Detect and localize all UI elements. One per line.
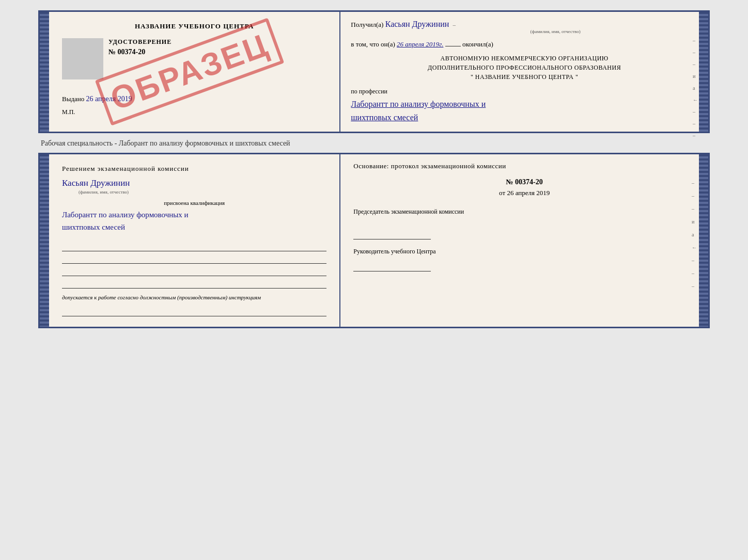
spacer-text: Рабочая специальность - Лаборант по анал… — [38, 139, 710, 148]
org-line2: ДОПОЛНИТЕЛЬНОГО ПРОФЕССИОНАЛЬНОГО ОБРАЗО… — [351, 63, 698, 72]
bottom-name: Касьян Дружинин — [62, 178, 326, 188]
cert-right: Получил(а) Касьян Дружинин – (фамилия, и… — [340, 12, 708, 132]
sign-line-3 — [62, 266, 326, 276]
sign-line-1 — [62, 241, 326, 251]
org-block: АВТОНОМНУЮ НЕКОММЕРЧЕСКУЮ ОРГАНИЗАЦИЮ ДО… — [351, 54, 698, 82]
rukovoditel-sign-line — [353, 261, 431, 271]
qualification-text: Лаборантт по анализу формовочных ишихтпо… — [62, 209, 326, 233]
dopuskaetsya-text: допускается к работе согласно должностны… — [62, 294, 326, 301]
poluchil-row: Получил(а) Касьян Дружинин – (фамилия, и… — [351, 20, 698, 34]
vtom-row: в том, что он(а) 26 апреля 2019г. окончи… — [351, 40, 698, 49]
profession-name: Лаборантт по анализу формовочных ишихтпо… — [351, 98, 698, 124]
mp-row: М.П. — [62, 108, 326, 116]
lines-area — [62, 241, 326, 289]
seal-placeholder — [62, 38, 103, 79]
profession-label: по профессии — [351, 88, 387, 95]
vydano-label: Выдано — [62, 95, 84, 103]
poluchil-label: Получил(а) — [351, 21, 383, 28]
protocol-num: № 00374-20 — [353, 178, 695, 186]
vtom-label: в том, что он(а) — [351, 40, 395, 48]
prisvoena-label: присвоена квалификация — [62, 200, 326, 206]
osnovanie-title: Основание: протокол экзаменационной коми… — [353, 162, 695, 170]
okonchil-label: окончил(а) — [462, 40, 493, 48]
predsedatel-label: Председатель экзаменационной комиссии — [353, 207, 695, 216]
protocol-date: от 26 апреля 2019 — [353, 189, 695, 197]
vydano-date: 26 апреля 2019 — [86, 95, 132, 103]
page-container: НАЗВАНИЕ УЧЕБНОГО ЦЕНТРА УДОСТОВЕРЕНИЕ №… — [38, 10, 710, 328]
bottom-left: Решением экзаменационной комиссии Касьян… — [40, 154, 340, 326]
vydano-row: Выдано 26 апреля 2019 — [62, 95, 326, 103]
vtom-date: 26 апреля 2019г. — [397, 40, 443, 48]
profession-row: по профессии Лаборантт по анализу формов… — [351, 88, 698, 124]
org-line3: " НАЗВАНИЕ УЧЕБНОГО ЦЕНТРА " — [351, 72, 698, 82]
org-line1: АВТОНОМНУЮ НЕКОММЕРЧЕСКУЮ ОРГАНИЗАЦИЮ — [351, 54, 698, 63]
side-marks-top: –––иа←––– — [693, 38, 698, 138]
predsedatel-sign-line — [353, 229, 431, 239]
mp-label: М.П. — [62, 108, 75, 116]
bottom-right: Основание: протокол экзаменационной коми… — [340, 154, 708, 326]
rukovoditel-label: Руководитель учебного Центра — [353, 247, 695, 256]
stamp-area: УДОСТОВЕРЕНИЕ № 00374-20 — [62, 38, 326, 79]
certificate-bottom: Решением экзаменационной комиссии Касьян… — [38, 153, 710, 328]
cert-left: НАЗВАНИЕ УЧЕБНОГО ЦЕНТРА УДОСТОВЕРЕНИЕ №… — [40, 12, 340, 132]
cert-top-title: НАЗВАНИЕ УЧЕБНОГО ЦЕНТРА — [62, 22, 326, 30]
certificate-top: НАЗВАНИЕ УЧЕБНОГО ЦЕНТРА УДОСТОВЕРЕНИЕ №… — [38, 10, 710, 133]
udostoverenie-block: УДОСТОВЕРЕНИЕ № 00374-20 — [108, 38, 326, 56]
bottom-fio-label: (фамилия, имя, отчество) — [79, 189, 326, 195]
side-marks-bottom: –––иа←––– — [692, 180, 697, 289]
udostoverenie-label: УДОСТОВЕРЕНИЕ — [108, 38, 326, 46]
udostoverenie-num: № 00374-20 — [108, 48, 326, 56]
sign-line-2 — [62, 253, 326, 264]
sign-line-4 — [62, 278, 326, 289]
fio-sublabel: (фамилия, имя, отчество) — [413, 29, 698, 34]
poluchil-name: Касьян Дружинин — [385, 20, 449, 28]
resheniem-title: Решением экзаменационной комиссии — [62, 165, 326, 173]
